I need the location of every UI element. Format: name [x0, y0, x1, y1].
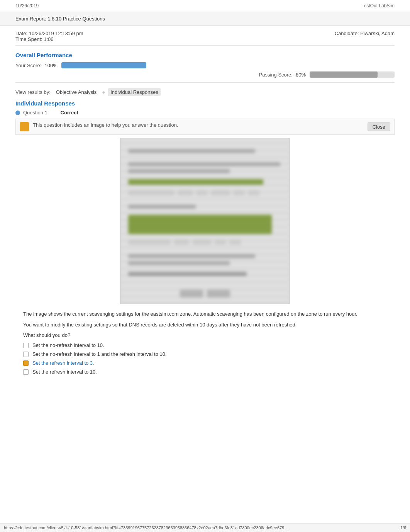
divider-2 — [15, 82, 395, 83]
passing-score-fill — [310, 71, 378, 78]
blurred-row-1 — [128, 149, 255, 153]
question-paragraph-3: What should you do? — [23, 331, 395, 339]
answer-text-c: Set the refresh interval to 3. — [32, 360, 94, 366]
passing-score-bar — [310, 71, 395, 78]
blurred-image-inner — [120, 138, 290, 304]
footer-page: 1/6 — [400, 525, 406, 530]
image-hint-text: This question includes an image to help … — [33, 122, 178, 128]
blurred-input-5 — [233, 190, 245, 195]
blurred-highlight-2 — [128, 215, 272, 234]
tab-objective-analysis[interactable]: Objective Analysis — [54, 88, 99, 96]
blurred-input-7 — [128, 240, 171, 245]
blurred-row-4 — [128, 205, 196, 209]
answer-radio-c[interactable] — [23, 360, 29, 366]
passing-score-label: Passing Score: — [259, 72, 293, 78]
footer-url: https://cdn.testout.com/client-v5-1-10-5… — [4, 525, 288, 530]
your-score-fill — [61, 62, 146, 68]
tab-separator: ● — [102, 89, 105, 95]
question-row-1: Question 1: Correct — [15, 110, 395, 116]
meta-left: Date: 10/26/2019 12:13:59 pm Time Spent:… — [15, 31, 83, 42]
exam-candidate: Candidate: Piwarski, Adam — [335, 31, 395, 42]
top-bar-date: 10/26/2019 — [15, 3, 39, 8]
question-paragraph-1: The image shows the current scavenging s… — [23, 310, 395, 318]
answer-radio-b[interactable] — [23, 352, 29, 357]
passing-score-line: Passing Score: 80% — [15, 71, 395, 78]
answer-option-b[interactable]: Set the no-refresh interval to 1 and the… — [23, 351, 395, 357]
blurred-input-11 — [229, 240, 241, 245]
your-score-line: Your Score: 100% — [15, 62, 395, 68]
your-score-value: 100% — [44, 63, 57, 68]
your-score-bar — [61, 62, 146, 68]
blurred-input-row-2 — [128, 240, 282, 245]
image-hint-box: This question includes an image to help … — [15, 119, 395, 135]
exam-title: Exam Report: 1.8.10 Practice Questions — [15, 16, 105, 22]
main-content: Date: 10/26/2019 12:13:59 pm Time Spent:… — [0, 26, 410, 382]
blurred-highlight-1 — [128, 179, 263, 185]
image-hint-icon — [20, 122, 29, 131]
blurred-input-6 — [248, 190, 259, 195]
passing-score-value: 80% — [296, 72, 306, 78]
tab-individual-responses[interactable]: Individual Responses — [108, 88, 161, 96]
answer-radio-d[interactable] — [23, 369, 29, 375]
blurred-row-5 — [128, 254, 255, 258]
blurred-input-1 — [128, 190, 175, 195]
individual-responses-title: Individual Responses — [15, 100, 395, 107]
score-area: Your Score: 100% Passing Score: 80% — [15, 62, 395, 78]
blurred-input-9 — [192, 240, 212, 245]
question-body: The image shows the current scavenging s… — [23, 310, 395, 375]
answer-option-d[interactable]: Set the refresh interval to 10. — [23, 369, 395, 375]
question-1-label: Question 1: — [23, 110, 49, 116]
exam-title-bar: Exam Report: 1.8.10 Practice Questions — [0, 12, 410, 26]
blurred-btn-2 — [207, 290, 230, 297]
answer-option-a[interactable]: Set the no-refresh interval to 10. — [23, 342, 395, 348]
view-results-label: View results by: — [15, 89, 51, 95]
question-1-status: Correct — [61, 110, 78, 116]
answer-radio-a[interactable] — [23, 343, 29, 348]
answer-text-b: Set the no-refresh interval to 1 and the… — [32, 351, 167, 357]
blurred-input-row-1 — [128, 190, 282, 195]
exam-date: Date: 10/26/2019 12:13:59 pm — [15, 31, 83, 36]
blurred-input-3 — [196, 190, 208, 195]
top-bar: 10/26/2019 TestOut LabSim — [0, 0, 410, 12]
answer-text-d: Set the refresh interval to 10. — [32, 369, 97, 375]
question-1-dot — [15, 110, 20, 115]
blurred-row-7 — [128, 272, 247, 276]
blurred-buttons — [120, 290, 290, 297]
answer-option-c[interactable]: Set the refresh interval to 3. — [23, 360, 395, 366]
question-paragraph-2: You want to modify the existing settings… — [23, 321, 395, 329]
exam-time: Time Spent: 1:06 — [15, 36, 83, 42]
your-score-label: Your Score: — [15, 63, 41, 68]
blurred-input-4 — [211, 190, 230, 195]
top-bar-app: TestOut LabSim — [362, 3, 395, 8]
overall-performance-title: Overall Performance — [15, 52, 395, 58]
close-button[interactable]: Close — [368, 122, 390, 131]
blurred-image — [120, 138, 290, 304]
divider-1 — [15, 45, 395, 46]
answer-text-a: Set the no-refresh interval to 10. — [32, 342, 104, 348]
view-results-row: View results by: Objective Analysis ● In… — [15, 88, 395, 96]
footer-bar: https://cdn.testout.com/client-v5-1-10-5… — [0, 523, 410, 532]
blurred-input-2 — [178, 190, 193, 195]
blurred-input-10 — [215, 240, 226, 245]
blurred-input-8 — [174, 240, 189, 245]
meta-row: Date: 10/26/2019 12:13:59 pm Time Spent:… — [15, 31, 395, 42]
blurred-row-3 — [128, 169, 230, 173]
blurred-row-2 — [128, 162, 280, 166]
blurred-row-6 — [128, 261, 230, 265]
blurred-btn-1 — [180, 290, 203, 297]
